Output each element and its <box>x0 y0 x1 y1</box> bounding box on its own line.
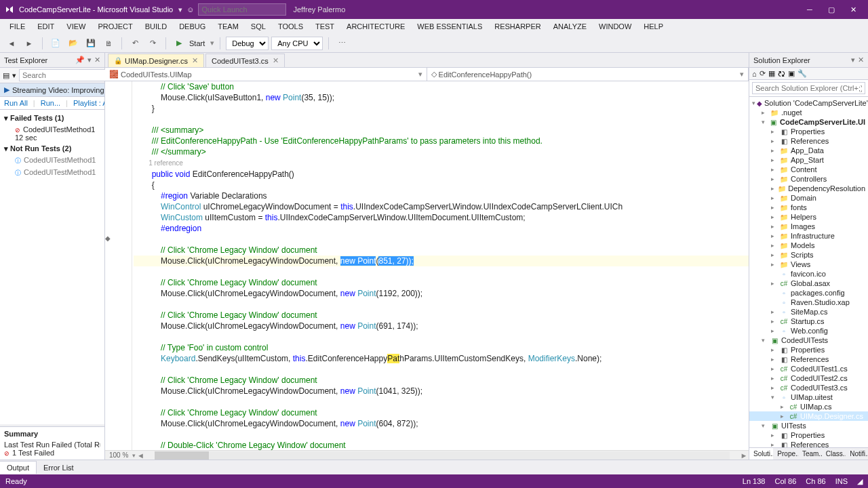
redo-button[interactable]: ↷ <box>145 36 160 51</box>
solution-node[interactable]: ▾▫UIMap.uitest <box>749 392 868 402</box>
solution-node[interactable]: ▸📁Views <box>749 260 868 269</box>
save-all-button[interactable]: 🗎 <box>101 36 116 51</box>
feedback-icon[interactable]: ☺ <box>186 5 194 14</box>
te-search-input[interactable] <box>19 69 119 81</box>
solution-node[interactable]: ▫packages.config <box>749 288 868 298</box>
menu-help[interactable]: HELP <box>638 21 669 32</box>
menu-build[interactable]: BUILD <box>140 21 172 32</box>
menu-tools[interactable]: TOOLS <box>273 21 309 32</box>
pin-icon[interactable]: 📌 <box>75 56 85 64</box>
close-button[interactable]: ✕ <box>842 3 864 16</box>
quick-launch-input[interactable] <box>198 3 286 16</box>
solution-node[interactable]: ▾▣UITests <box>749 421 868 430</box>
solution-node[interactable]: ▸📁DependencyResolution <box>749 184 868 193</box>
solution-node[interactable]: ▸📁Content <box>749 165 868 174</box>
solution-node[interactable]: ▸◧References <box>749 440 868 447</box>
solution-node[interactable]: ▸📁Infrastructure <box>749 231 868 241</box>
solution-node[interactable]: ▸📁.nuget <box>749 108 868 117</box>
se-close-icon[interactable]: ✕ <box>858 56 864 64</box>
menu-web essentials[interactable]: WEB ESSENTIALS <box>412 21 488 32</box>
solution-root[interactable]: ▾◆Solution 'CodeCampServerLite' (3 proje… <box>749 98 868 108</box>
close-panel-icon[interactable]: ✕ <box>94 56 100 64</box>
solution-node[interactable]: ▫Raven.Studio.xap <box>749 298 868 307</box>
menu-sql[interactable]: SQL <box>245 21 271 32</box>
nav-fwd-button[interactable]: ► <box>22 36 37 51</box>
nav-member-combo[interactable]: ◇ EditConferenceHappyPath()▾ <box>427 68 749 81</box>
solution-node[interactable]: ▸c#UIMap.Designer.cs <box>749 411 868 421</box>
solution-node[interactable]: ▸📁fonts <box>749 203 868 212</box>
solution-tree[interactable]: ▾◆Solution 'CodeCampServerLite' (3 proje… <box>749 97 868 447</box>
test-item[interactable]: ⓘCodedUITestMethod1 <box>4 167 100 179</box>
doc-tab[interactable]: CodedUITest3.cs✕ <box>205 54 285 67</box>
menu-test[interactable]: TEST <box>310 21 340 32</box>
solution-node[interactable]: ▸c#UIMap.cs <box>749 402 868 411</box>
se-collapse-button[interactable]: ▣ <box>788 69 795 78</box>
menu-analyze[interactable]: ANALYZE <box>548 21 592 32</box>
menu-window[interactable]: WINDOW <box>593 21 637 32</box>
test-tree[interactable]: ▾ Failed Tests (1)⊘CodedUITestMethod1 12… <box>0 110 104 424</box>
solution-node[interactable]: ▸◧Properties <box>749 345 868 354</box>
close-tab-icon[interactable]: ✕ <box>273 56 279 65</box>
menu-file[interactable]: FILE <box>4 21 31 32</box>
config-combo[interactable]: Debug <box>226 37 269 50</box>
new-project-button[interactable]: 📄 <box>48 36 63 51</box>
solution-node[interactable]: ▸▫Web.config <box>749 326 868 336</box>
quick-launch[interactable] <box>198 3 286 16</box>
solution-node[interactable]: ▸c#Startup.cs <box>749 317 868 326</box>
te-link[interactable]: Run... <box>41 99 60 107</box>
bottom-tab-output[interactable]: Output <box>0 461 37 474</box>
te-stream-banner[interactable]: ▶ Streaming Video: Improving … ▾ <box>0 83 104 97</box>
solution-node[interactable]: ▸📁Helpers <box>749 212 868 222</box>
menu-debug[interactable]: DEBUG <box>174 21 211 32</box>
scroll-thumb[interactable] <box>155 451 209 460</box>
solution-node[interactable]: ▸📁Images <box>749 222 868 231</box>
code-editor[interactable]: ◆ // Click 'Save' button Mouse.Click(uIS… <box>105 81 749 450</box>
undo-button[interactable]: ↶ <box>127 36 142 51</box>
menu-edit[interactable]: EDIT <box>32 21 60 32</box>
platform-combo[interactable]: Any CPU <box>271 37 323 50</box>
test-item[interactable]: ⊘CodedUITestMethod1 12 sec <box>4 124 100 143</box>
test-group[interactable]: ▾ Failed Tests (1) <box>4 113 100 124</box>
nav-type-combo[interactable]: 🧱 CodedUITests.UIMap▾ <box>105 68 427 81</box>
solution-node[interactable]: ▸c#Global.asax <box>749 279 868 288</box>
start-label[interactable]: Start <box>189 39 205 47</box>
minimize-button[interactable]: ─ <box>799 3 821 16</box>
se-pin-icon[interactable]: ▾ <box>851 56 855 64</box>
menu-view[interactable]: VIEW <box>61 21 91 32</box>
solution-node[interactable]: ▸◧Properties <box>749 127 868 136</box>
maximize-button[interactable]: ▢ <box>821 3 842 16</box>
test-group[interactable]: ▾ Not Run Tests (2) <box>4 143 100 155</box>
solution-node[interactable]: ▸📁App_Start <box>749 155 868 165</box>
menu-team[interactable]: TEAM <box>212 21 244 32</box>
solution-node[interactable]: ▸c#CodedUITest3.cs <box>749 383 868 392</box>
panel-menu-icon[interactable]: ▾ <box>87 56 92 64</box>
solution-node[interactable]: ▸📁Models <box>749 241 868 250</box>
solution-node[interactable]: ▸📁Scripts <box>749 250 868 260</box>
signed-in-user[interactable]: Jeffrey Palermo <box>293 5 345 14</box>
notification-icon[interactable]: ▾ <box>178 5 182 14</box>
solution-node[interactable]: ▾▣CodedUITests <box>749 336 868 345</box>
open-button[interactable]: 📂 <box>66 36 81 51</box>
menu-architecture[interactable]: ARCHITECTURE <box>341 21 410 32</box>
menu-project[interactable]: PROJECT <box>92 21 138 32</box>
solution-node[interactable]: ▸c#CodedUITest1.cs <box>749 364 868 373</box>
bottom-tab-error-list[interactable]: Error List <box>37 462 81 474</box>
scroll-left-arrow[interactable]: ◄ <box>136 451 145 460</box>
editor-h-scrollbar[interactable]: 100 % ▾ ◄ ► <box>105 450 749 460</box>
te-run-button[interactable]: ▾ <box>12 71 16 80</box>
te-link[interactable]: Run All <box>4 99 28 107</box>
scroll-right-arrow[interactable]: ► <box>739 451 749 460</box>
solution-node[interactable]: ▸◧Properties <box>749 430 868 440</box>
solution-node[interactable]: ▸📁Controllers <box>749 174 868 184</box>
solution-node[interactable]: ▾▣CodeCampServerLite.UI <box>749 117 868 127</box>
te-group-button[interactable]: ▤ <box>3 71 9 80</box>
save-button[interactable]: 💾 <box>83 36 98 51</box>
se-home-button[interactable]: ⌂ <box>752 70 757 78</box>
se-props-button[interactable]: 🔧 <box>797 69 807 78</box>
test-item[interactable]: ⓘCodedUITestMethod1 <box>4 155 100 167</box>
start-button[interactable]: ▶ <box>172 36 186 51</box>
solution-node[interactable]: ▸◧References <box>749 136 868 146</box>
tb-extra-1[interactable]: ⋯ <box>334 36 349 51</box>
zoom-level[interactable]: 100 % <box>105 451 132 459</box>
right-tab[interactable]: Prope... <box>773 448 798 460</box>
